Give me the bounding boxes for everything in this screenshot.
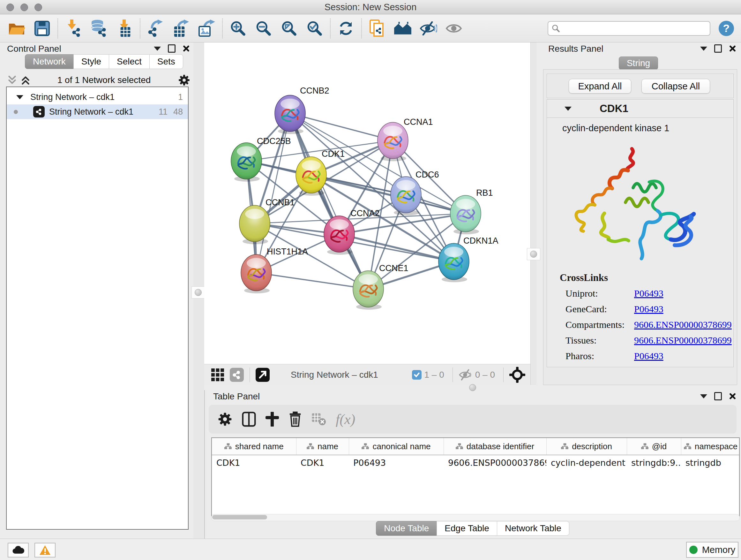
tab-network[interactable]: Network	[25, 54, 74, 69]
close-window-button[interactable]	[6, 3, 14, 11]
float-panel-icon[interactable]	[168, 44, 176, 53]
scrollbar-thumb[interactable]	[212, 515, 267, 519]
tab-sets[interactable]: Sets	[149, 54, 183, 69]
delete-table-icon[interactable]	[312, 413, 326, 426]
memory-button[interactable]: Memory	[686, 542, 738, 558]
table-row[interactable]: CDK1CDK1P064939606.ENSP00000378699cyclin…	[212, 455, 740, 470]
hide-selected-button[interactable]	[415, 17, 441, 40]
cloud-status-button[interactable]	[8, 543, 29, 557]
expand-all-button[interactable]: Expand All	[569, 79, 631, 94]
open-session-button[interactable]	[4, 17, 29, 40]
close-panel-icon[interactable]	[183, 45, 190, 52]
birdseye-crosshair-icon[interactable]	[509, 367, 525, 383]
network-node-CCNB2[interactable]: CCNB2	[275, 86, 329, 134]
table-cell[interactable]: 9606.ENSP00000378699	[444, 455, 546, 470]
right-splitter[interactable]	[530, 43, 536, 385]
zoom-out-button[interactable]	[251, 17, 276, 40]
table-cell[interactable]: CDK1	[212, 455, 296, 470]
network-node-CCNE1[interactable]: CCNE1	[353, 263, 408, 310]
show-all-button[interactable]	[441, 17, 467, 40]
table-cell[interactable]: stringdb:9...	[627, 455, 681, 470]
add-column-icon[interactable]	[266, 412, 279, 427]
column-header[interactable]: description	[546, 438, 627, 455]
zoom-in-button[interactable]	[225, 17, 251, 40]
network-canvas[interactable]: CCNB2CCNA1CDC25BCDK1CDC6RB1CCNB1CCNA2CDK…	[204, 43, 530, 364]
tab-edge-table[interactable]: Edge Table	[436, 521, 497, 536]
network-node-CDC6[interactable]: CDC6	[391, 170, 439, 215]
panel-menu-icon[interactable]	[700, 394, 707, 398]
gene-collapse-icon[interactable]	[564, 107, 571, 111]
column-header[interactable]: shared name	[212, 438, 296, 455]
network-node-CCNA1[interactable]: CCNA1	[378, 117, 433, 161]
expand-all-icon[interactable]	[21, 75, 30, 85]
help-button[interactable]: ?	[719, 21, 734, 36]
delete-column-trash-icon[interactable]	[288, 412, 302, 427]
network-node-CDC25B[interactable]: CDC25B	[231, 136, 291, 182]
warning-status-button[interactable]	[35, 543, 56, 557]
minimize-window-button[interactable]	[20, 3, 28, 11]
network-collection-row[interactable]: String Network – cdk1 1	[7, 90, 188, 105]
float-panel-icon[interactable]	[714, 392, 722, 400]
selected-nodes-checkbox[interactable]	[412, 370, 421, 380]
import-table-file-button[interactable]	[112, 17, 137, 40]
column-header[interactable]: canonical name	[349, 438, 444, 455]
tab-string[interactable]: String	[619, 57, 658, 70]
zoom-fit-button[interactable]	[276, 17, 302, 40]
network-edge-CCNB2-CCNE1[interactable]	[290, 113, 368, 289]
collapse-all-button[interactable]: Collapse All	[642, 79, 710, 94]
export-table-button[interactable]	[169, 17, 194, 40]
network-node-CCNB1[interactable]: CCNB1	[239, 198, 295, 244]
close-panel-icon[interactable]	[729, 393, 736, 400]
share-view-icon[interactable]	[230, 368, 244, 382]
column-header[interactable]: namespace	[681, 438, 740, 455]
gene-section-header[interactable]: CDK1	[547, 100, 733, 118]
network-node-RB1[interactable]: RB1	[450, 188, 493, 234]
crosslink-link[interactable]: P06493	[634, 288, 664, 299]
column-header[interactable]: database identifier	[444, 438, 546, 455]
open-in-window-icon[interactable]	[256, 368, 270, 382]
crosslink-link[interactable]: 9606.ENSP00000378699	[634, 319, 732, 330]
table-cell[interactable]: cyclin-dependent ...	[546, 455, 627, 470]
export-network-button[interactable]	[143, 17, 169, 40]
tab-node-table[interactable]: Node Table	[376, 521, 437, 536]
column-header[interactable]: name	[296, 438, 349, 455]
float-panel-icon[interactable]	[714, 44, 722, 53]
refresh-view-button[interactable]	[333, 17, 359, 40]
tab-select[interactable]: Select	[109, 54, 150, 69]
left-splitter-grip[interactable]	[192, 287, 205, 299]
table-cell[interactable]: P06493	[349, 455, 444, 470]
network-options-gear-icon[interactable]	[178, 74, 190, 86]
save-session-button[interactable]	[29, 17, 55, 40]
collection-collapse-icon[interactable]	[16, 95, 23, 99]
crosslink-link[interactable]: 9606.ENSP00000378699	[634, 335, 732, 346]
tab-network-table[interactable]: Network Table	[497, 521, 569, 536]
close-panel-icon[interactable]	[729, 45, 736, 52]
left-splitter[interactable]	[193, 43, 205, 539]
panel-menu-icon[interactable]	[700, 47, 707, 51]
zoom-window-button[interactable]	[35, 3, 42, 11]
import-network-database-button[interactable]	[86, 17, 112, 40]
node-table[interactable]: shared namenamecanonical namedatabase id…	[212, 438, 740, 470]
table-cell[interactable]: CDK1	[296, 455, 349, 470]
network-edge-CCNE1-HIST1H1A[interactable]	[256, 273, 368, 289]
table-cell[interactable]: stringdb	[681, 455, 740, 470]
search-box[interactable]	[548, 21, 711, 36]
table-settings-gear-icon[interactable]	[218, 412, 232, 427]
panel-menu-icon[interactable]	[154, 47, 161, 51]
horizontal-splitter[interactable]	[204, 385, 741, 390]
network-node-CDKN1A[interactable]: CDKN1A	[439, 236, 498, 282]
columns-icon[interactable]	[242, 412, 256, 427]
network-node-CDK1[interactable]: CDK1	[296, 149, 345, 196]
import-network-file-button[interactable]	[61, 17, 86, 40]
network-node-HIST1H1A[interactable]: HIST1H1A	[241, 247, 308, 294]
crosslink-link[interactable]: P06493	[634, 351, 664, 361]
collapse-all-icon[interactable]	[8, 75, 17, 85]
export-image-button[interactable]	[194, 17, 219, 40]
grid-view-icon[interactable]	[211, 368, 224, 381]
network-row[interactable]: String Network – cdk1 11 48	[7, 105, 188, 119]
crosslink-link[interactable]: P06493	[634, 304, 664, 314]
homes-button[interactable]	[390, 17, 415, 40]
network-graph[interactable]: CCNB2CCNA1CDC25BCDK1CDC6RB1CCNB1CCNA2CDK…	[204, 43, 530, 364]
tab-style[interactable]: Style	[73, 54, 109, 69]
column-header[interactable]: @id	[627, 438, 681, 455]
